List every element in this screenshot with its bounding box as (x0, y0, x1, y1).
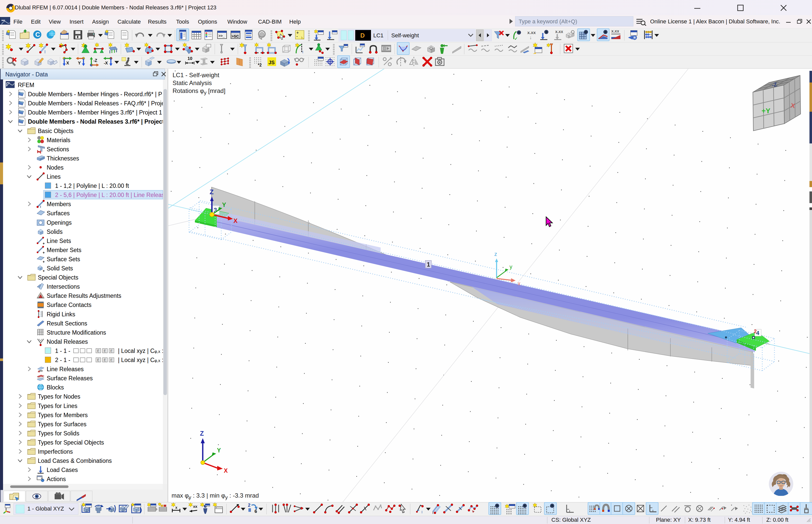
svg-text:-: - (297, 34, 298, 38)
svg-text:10: 10 (187, 56, 192, 61)
svg-text:-Z: -Z (94, 59, 97, 63)
svg-text:I: I (40, 205, 41, 209)
svg-text:*2: *2 (258, 63, 261, 67)
svg-text:+: + (43, 250, 45, 255)
svg-text:I: I (422, 510, 423, 514)
svg-text:JS: JS (269, 60, 274, 65)
svg-text:✓: ✓ (514, 36, 518, 40)
svg-text:Y: Y (78, 61, 81, 65)
svg-text:X: X (66, 61, 69, 65)
svg-text:6: 6 (254, 509, 257, 514)
svg-text:-X: -X (104, 61, 108, 65)
svg-text:+Y: +Y (761, 107, 771, 115)
svg-text:·: · (731, 503, 732, 508)
svg-text:+: + (43, 269, 45, 273)
svg-text:>>_: >>_ (219, 34, 224, 38)
svg-text:xx: xx (193, 504, 198, 508)
svg-text:x.xx: x.xx (555, 30, 563, 34)
svg-text:>SC: >SC (232, 34, 239, 38)
svg-text:↓: ↓ (529, 34, 532, 40)
svg-text:I: I (433, 511, 434, 514)
svg-text:+: + (43, 260, 45, 263)
svg-text:I: I (45, 50, 46, 54)
svg-text:I: I (302, 50, 303, 54)
svg-text:x: x (175, 506, 177, 509)
svg-text:x.xx: x.xx (611, 29, 619, 33)
svg-text:+: + (43, 242, 45, 245)
svg-text:C: C (35, 31, 40, 38)
svg-text:2: 2 (248, 503, 251, 508)
